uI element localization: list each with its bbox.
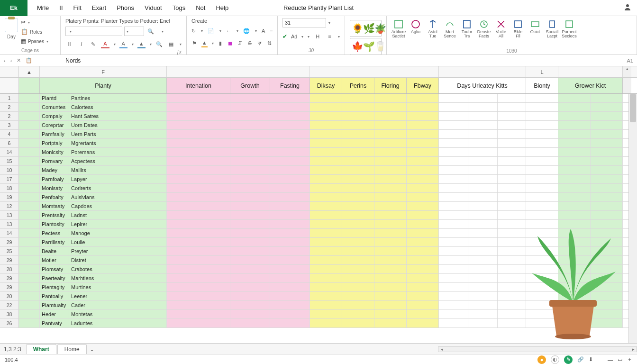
cell-grower-2[interactable]: [591, 211, 623, 219]
cell-days-2[interactable]: [468, 166, 498, 174]
cell-days-2[interactable]: [468, 301, 498, 309]
cell-days-3[interactable]: [498, 130, 526, 138]
cell-perins[interactable]: [342, 220, 374, 228]
cell-growth[interactable]: [230, 256, 270, 264]
status-download-icon[interactable]: ⬇: [589, 356, 593, 363]
cell-block-a[interactable]: [19, 256, 40, 264]
cell-floring[interactable]: [374, 193, 407, 201]
col-header-l[interactable]: L: [526, 66, 558, 77]
cell-col-b[interactable]: Lapyer: [69, 175, 167, 183]
hdr-planty[interactable]: Planty: [40, 78, 167, 93]
plant-gallery-2[interactable]: 🍁 🌱 🥛: [350, 38, 382, 55]
cell-intenation[interactable]: [167, 139, 230, 147]
cell-grower-1[interactable]: [558, 166, 591, 174]
cell-block-a[interactable]: [19, 265, 40, 273]
plant-thumb-herb[interactable]: 🌱: [364, 39, 374, 54]
row-number[interactable]: 29: [0, 256, 19, 264]
menu-help[interactable]: Help: [216, 4, 228, 11]
cell-days-3[interactable]: [498, 238, 526, 246]
cell-grower-2[interactable]: [591, 94, 623, 102]
cell-floring[interactable]: [374, 274, 407, 282]
cell-days-1[interactable]: [439, 184, 468, 192]
cell-col-a[interactable]: Prentsalty: [40, 211, 69, 219]
ribbon-tool-9[interactable]: SociallLacpt: [545, 19, 559, 39]
cell-block-a[interactable]: [19, 130, 40, 138]
cell-days-1[interactable]: [439, 283, 468, 291]
panes-button[interactable]: ▦Ppanes▾: [21, 38, 48, 45]
row-number[interactable]: 4: [0, 130, 19, 138]
cell-days-2[interactable]: [468, 139, 498, 147]
cell-bionty[interactable]: [526, 211, 558, 219]
cell-days-2[interactable]: [468, 238, 498, 246]
cell-fbway[interactable]: [407, 220, 439, 228]
cell-block-a[interactable]: [19, 301, 40, 309]
cell-block-a[interactable]: [19, 166, 40, 174]
cell-days-3[interactable]: [498, 274, 526, 282]
col-header-i[interactable]: [439, 66, 526, 77]
cell-intenation[interactable]: [167, 193, 230, 201]
cell-bionty[interactable]: [526, 175, 558, 183]
cell-days-1[interactable]: [439, 175, 468, 183]
cell-fbway[interactable]: [407, 319, 439, 328]
cell-days-3[interactable]: [498, 139, 526, 147]
cell-col-b[interactable]: Montetas: [69, 310, 167, 318]
paste-icon[interactable]: [5, 18, 18, 32]
cell-floring[interactable]: [374, 103, 407, 111]
cell-fasting[interactable]: [270, 130, 310, 138]
cell-col-b[interactable]: Cader: [69, 301, 167, 309]
cell-days-3[interactable]: [498, 247, 526, 255]
hscroll-left-icon[interactable]: ◂: [438, 347, 445, 352]
row-number[interactable]: 14: [0, 148, 19, 156]
cell-diksay[interactable]: [310, 175, 342, 183]
value-combo[interactable]: 31: [282, 18, 326, 27]
cell-days-2[interactable]: [468, 193, 498, 201]
cell-block-a[interactable]: [19, 238, 40, 246]
cell-floring[interactable]: [374, 94, 407, 102]
cell-grower-2[interactable]: [591, 139, 623, 147]
cell-col-a[interactable]: Pectess: [40, 229, 69, 237]
cell-intenation[interactable]: [167, 148, 230, 156]
col-header-f[interactable]: F: [40, 66, 167, 77]
cell-block-a[interactable]: [19, 112, 40, 120]
cell-growth[interactable]: [230, 184, 270, 192]
cell-fasting[interactable]: [270, 301, 310, 309]
cell-fbway[interactable]: [407, 292, 439, 300]
cell-block-a[interactable]: [19, 247, 40, 255]
cell-fbway[interactable]: [407, 103, 439, 111]
hdr-days[interactable]: Days Urleatey Kitts: [439, 78, 526, 93]
menu-togs[interactable]: Togs: [173, 4, 185, 11]
cell-grower-1[interactable]: [558, 202, 591, 210]
cell-floring[interactable]: [374, 310, 407, 318]
cell-perins[interactable]: [342, 193, 374, 201]
cell-days-1[interactable]: [439, 103, 468, 111]
cell-bionty[interactable]: [526, 130, 558, 138]
cell-floring[interactable]: [374, 229, 407, 237]
col-header-m[interactable]: [558, 66, 623, 77]
cell-col-a[interactable]: Parnfoaly: [40, 175, 69, 183]
cell-days-2[interactable]: [468, 319, 498, 328]
cell-diksay[interactable]: [310, 121, 342, 129]
row-number[interactable]: 22: [0, 301, 19, 309]
ribbon-tool-5[interactable]: DensteFacts: [477, 19, 491, 39]
cell-col-b[interactable]: Marhtiens: [69, 274, 167, 282]
cell-fasting[interactable]: [270, 256, 310, 264]
cell-days-3[interactable]: [498, 220, 526, 228]
cell-grower-2[interactable]: [591, 301, 623, 309]
cell-intenation[interactable]: [167, 175, 230, 183]
cell-perins[interactable]: [342, 229, 374, 237]
cell-perins[interactable]: [342, 319, 374, 328]
cell-days-1[interactable]: [439, 166, 468, 174]
cell-bionty[interactable]: [526, 220, 558, 228]
row-number[interactable]: 3: [0, 121, 19, 129]
cell-diksay[interactable]: [310, 211, 342, 219]
cell-col-a[interactable]: Monisaty: [40, 184, 69, 192]
cell-block-a[interactable]: [19, 310, 40, 318]
cell-col-b[interactable]: Acpectess: [69, 157, 167, 165]
cell-intenation[interactable]: [167, 301, 230, 309]
cell-col-a[interactable]: Plantoslty: [40, 220, 69, 228]
cell-col-a[interactable]: Motier: [40, 256, 69, 264]
cell-days-1[interactable]: [439, 265, 468, 273]
cell-days-2[interactable]: [468, 292, 498, 300]
cell-grower-1[interactable]: [558, 310, 591, 318]
cell-perins[interactable]: [342, 247, 374, 255]
